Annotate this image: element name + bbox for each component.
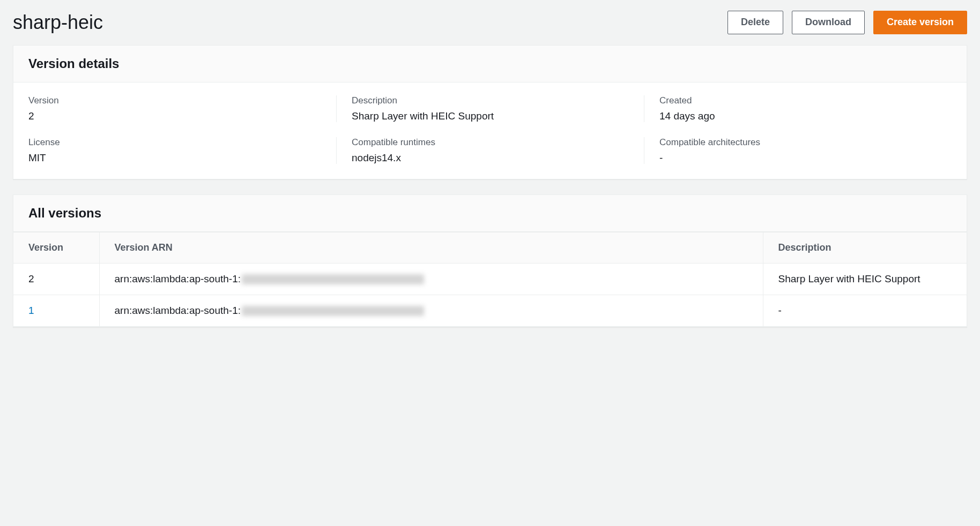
- all-versions-title: All versions: [28, 206, 952, 221]
- cell-version: 2: [13, 263, 99, 295]
- detail-value: MIT: [28, 152, 336, 164]
- version-details-panel: Version details Version 2 Description Sh…: [13, 45, 967, 179]
- detail-created: Created 14 days ago: [644, 95, 952, 122]
- version-details-title: Version details: [28, 56, 952, 71]
- col-header-description[interactable]: Description: [763, 232, 967, 263]
- col-header-arn[interactable]: Version ARN: [99, 232, 763, 263]
- download-button[interactable]: Download: [792, 11, 865, 34]
- cell-description: -: [763, 295, 967, 326]
- page-title: sharp-heic: [13, 11, 103, 34]
- all-versions-panel: All versions Version Version ARN Descrip…: [13, 194, 967, 327]
- table-row: 1arn:aws:lambda:ap-south-1:-: [13, 295, 967, 326]
- all-versions-table: Version Version ARN Description 2arn:aws…: [13, 232, 967, 327]
- create-version-button[interactable]: Create version: [873, 11, 967, 34]
- detail-license: License MIT: [28, 137, 336, 164]
- arn-redacted: [242, 306, 424, 316]
- detail-label: Description: [352, 95, 644, 106]
- delete-button[interactable]: Delete: [727, 11, 783, 34]
- col-header-version[interactable]: Version: [13, 232, 99, 263]
- arn-redacted: [242, 274, 424, 284]
- detail-description: Description Sharp Layer with HEIC Suppor…: [336, 95, 644, 122]
- detail-label: Compatible architectures: [659, 137, 952, 148]
- detail-value: Sharp Layer with HEIC Support: [352, 110, 644, 122]
- detail-value: 2: [28, 110, 336, 122]
- cell-arn: arn:aws:lambda:ap-south-1:: [99, 295, 763, 326]
- detail-version: Version 2: [28, 95, 336, 122]
- detail-compatible-runtimes: Compatible runtimes nodejs14.x: [336, 137, 644, 164]
- detail-value: nodejs14.x: [352, 152, 644, 164]
- cell-description: Sharp Layer with HEIC Support: [763, 263, 967, 295]
- table-row: 2arn:aws:lambda:ap-south-1:Sharp Layer w…: [13, 263, 967, 295]
- action-buttons: Delete Download Create version: [727, 11, 967, 34]
- detail-value: 14 days ago: [659, 110, 952, 122]
- cell-version[interactable]: 1: [13, 295, 99, 326]
- detail-compatible-architectures: Compatible architectures -: [644, 137, 952, 164]
- detail-label: Version: [28, 95, 336, 106]
- cell-arn: arn:aws:lambda:ap-south-1:: [99, 263, 763, 295]
- detail-label: Created: [659, 95, 952, 106]
- detail-label: Compatible runtimes: [352, 137, 644, 148]
- arn-prefix: arn:aws:lambda:ap-south-1:: [115, 305, 241, 316]
- detail-label: License: [28, 137, 336, 148]
- version-link[interactable]: 1: [28, 305, 34, 316]
- detail-value: -: [659, 152, 952, 164]
- arn-prefix: arn:aws:lambda:ap-south-1:: [115, 273, 241, 284]
